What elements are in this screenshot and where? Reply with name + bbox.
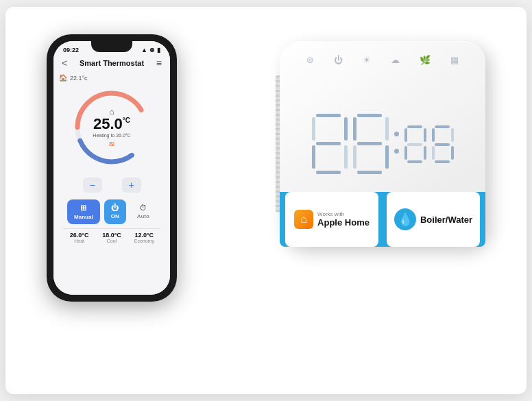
device-cloud-icon: ☁ (391, 55, 400, 65)
increase-button[interactable]: + (122, 178, 141, 193)
wifi-icon: ⊛ (149, 47, 155, 53)
works-with-label: Works with (317, 211, 370, 217)
boiler-water-label: Boiler/Water (420, 215, 472, 225)
heat-temp-number: 26.0°C (63, 232, 95, 239)
signal-icon: ▲ (141, 47, 147, 53)
badge-strip: ⌂ Works with Apple Home 💧 Boiler/Water (280, 192, 485, 247)
phone: 09:22 ▲ ⊛ ▮ < Smart Thermostat ≡ (47, 34, 177, 302)
auto-icon: ⏱ (139, 204, 147, 212)
phone-wrapper: 09:22 ▲ ⊛ ▮ < Smart Thermostat ≡ (47, 34, 177, 302)
device-sun-icon: ☀ (363, 55, 371, 65)
cool-temp-number: 18.0°C (95, 232, 128, 239)
scene-container: 09:22 ▲ ⊛ ▮ < Smart Thermostat ≡ (5, 7, 527, 394)
nav-menu-button[interactable]: ≡ (156, 58, 162, 69)
digit-small-tens (404, 125, 426, 163)
cool-temp-val: 18.0°C Cool (95, 228, 128, 243)
apple-home-icon: ⌂ (294, 210, 313, 229)
status-icons: ▲ ⊛ ▮ (141, 47, 160, 53)
digit-tens (312, 114, 348, 174)
boiler-icon: 💧 (394, 208, 416, 230)
device-power-icon: ⏻ (334, 55, 343, 65)
mode-auto-label: Auto (137, 213, 149, 219)
economy-temp-number: 12.0°C (128, 232, 160, 239)
device-wrapper: ⊜ ⏻ ☀ ☁ 🌿 ▦ (280, 41, 485, 247)
dial-status: Heating to 26.0°C (93, 133, 130, 138)
mode-manual-button[interactable]: ⊞ Manual (67, 199, 100, 224)
room-temp-row: 🏠 22.1°c (59, 74, 88, 82)
heat-temp-val: 26.0°C Heat (63, 228, 95, 243)
controls-row: − + (59, 175, 165, 195)
mode-row: ⊞ Manual ⏻ ON ⏱ Auto (59, 199, 165, 224)
mode-on-button[interactable]: ⏻ ON (104, 199, 126, 224)
nav-title: Smart Thermostat (80, 59, 144, 67)
dial-temperature: 25.0°C (93, 117, 130, 132)
device-leaf-icon: 🌿 (420, 55, 431, 65)
cool-temp-label: Cool (95, 239, 128, 243)
phone-notch (91, 41, 132, 52)
manual-icon: ⊞ (80, 204, 86, 212)
economy-temp-val: 12.0°C Economy (128, 228, 160, 243)
mode-auto-button[interactable]: ⏱ Auto (130, 199, 156, 224)
apple-home-label: Apple Home (317, 217, 370, 228)
status-time: 09:22 (63, 47, 79, 53)
device-top-icons: ⊜ ⏻ ☀ ☁ 🌿 ▦ (280, 55, 485, 65)
device-grid-icon: ▦ (450, 55, 459, 65)
power-icon: ⏻ (111, 204, 119, 212)
nav-bar: < Smart Thermostat ≡ (53, 55, 170, 71)
apple-home-badge: ⌂ Works with Apple Home (285, 192, 378, 247)
apple-home-text: Works with Apple Home (317, 211, 370, 228)
temp-vals-row: 26.0°C Heat 18.0°C Cool 12.0°C Economy (59, 228, 165, 243)
seg-colon (394, 132, 399, 156)
house-icon: 🏠 (59, 74, 67, 82)
device-wifi-icon: ⊜ (306, 55, 314, 65)
phone-screen: 09:22 ▲ ⊛ ▮ < Smart Thermostat ≡ (53, 41, 170, 295)
nav-back-button[interactable]: < (62, 58, 67, 69)
digit-small-ones (432, 125, 454, 163)
economy-temp-label: Economy (128, 239, 160, 243)
mode-on-label: ON (111, 213, 119, 219)
dial-center: ⌂ 25.0°C Heating to 26.0°C ≋ (93, 107, 130, 149)
room-temperature: 22.1°c (70, 75, 88, 82)
decrease-button[interactable]: − (83, 178, 102, 193)
seg-display (312, 114, 454, 174)
boiler-badge-row: 💧 Boiler/Water (394, 208, 472, 230)
apple-home-badge-row: ⌂ Works with Apple Home (294, 210, 370, 229)
boiler-water-badge: 💧 Boiler/Water (387, 192, 480, 247)
dial-container: ⌂ 25.0°C Heating to 26.0°C ≋ (67, 83, 156, 172)
thermostat-content: 🏠 22.1°c ⌂ (53, 71, 170, 295)
mode-manual-label: Manual (74, 214, 93, 220)
battery-icon: ▮ (157, 47, 160, 53)
dial-flame-icon: ≋ (93, 139, 130, 149)
digit-ones (353, 114, 389, 174)
heat-temp-label: Heat (63, 239, 95, 243)
led-display (307, 89, 458, 199)
